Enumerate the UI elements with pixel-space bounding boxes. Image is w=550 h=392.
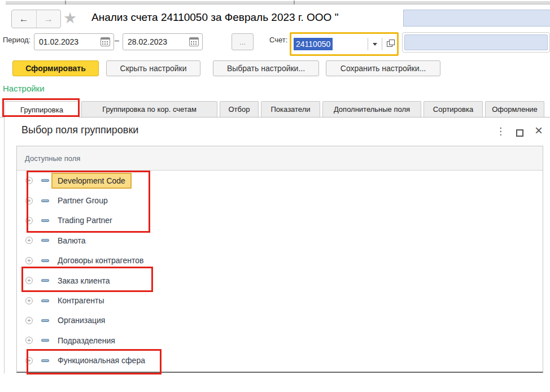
expand-plus-icon[interactable]: +	[25, 197, 33, 204]
account-dropdown-button[interactable]	[368, 34, 382, 54]
field-dash-icon	[41, 319, 49, 322]
list-item-label: Валюта	[51, 233, 92, 249]
expand-plus-icon[interactable]: +	[25, 297, 33, 304]
list-item[interactable]: + Валюта	[17, 230, 543, 250]
field-dash-icon	[41, 279, 49, 282]
list-item-label: Контрагенты	[51, 293, 110, 308]
dialog-more-icon[interactable]: ⋮	[496, 125, 505, 137]
tab-sortirovka[interactable]: Сортировка	[424, 101, 483, 117]
expand-plus-icon[interactable]: +	[25, 257, 33, 264]
settings-section-label: Настройки	[3, 84, 45, 93]
chevron-down-icon	[373, 43, 377, 46]
list-item-label: Договоры контрагентов	[51, 252, 150, 268]
account-value-selected: 24110050	[294, 38, 333, 50]
page-title: Анализ счета 24110050 за Февраль 2023 г.…	[91, 11, 338, 24]
list-header: Доступные поля	[17, 146, 543, 171]
dialog-close-icon[interactable]: ×	[535, 123, 543, 138]
period-to-field[interactable]: 28.02.2023	[123, 33, 203, 50]
field-dash-icon	[41, 239, 49, 242]
splitter-tick	[294, 1, 295, 5]
save-settings-button[interactable]: Сохранить настройки...	[326, 60, 440, 76]
list-item[interactable]: + Организация	[17, 311, 543, 330]
forward-button[interactable]: →	[37, 10, 61, 28]
nav-history-group: ← →	[11, 10, 61, 28]
list-item-label: Trading Partner	[51, 212, 119, 228]
field-dash-icon	[41, 299, 49, 302]
field-dash-icon	[41, 179, 49, 182]
list-item[interactable]: + Функциональная сфера	[17, 351, 543, 371]
tab-gruppirovka[interactable]: Группировка	[5, 101, 79, 117]
generate-button[interactable]: Сформировать	[12, 60, 99, 76]
expand-plus-icon[interactable]: +	[25, 237, 33, 244]
calendar-icon[interactable]	[101, 37, 110, 46]
list-item-label: Partner Group	[51, 193, 114, 208]
period-from-field[interactable]: 01.02.2023	[34, 33, 114, 50]
tab-gruppirovka-po-kor-schetam[interactable]: Группировка по кор. счетам	[81, 101, 217, 117]
calendar-icon[interactable]	[189, 37, 199, 46]
field-dash-icon	[41, 359, 49, 362]
field-dash-icon	[41, 339, 49, 342]
forward-arrow-icon: →	[43, 14, 53, 25]
list-item-label: Development Code	[51, 173, 132, 189]
top-splitter-strip	[6, 1, 550, 5]
list-item[interactable]: + Подразделения	[17, 330, 543, 350]
available-fields-listbox: Доступные поля + Development Code + Part…	[16, 146, 543, 373]
back-button[interactable]: ←	[12, 10, 37, 28]
dialog-title: Выбор поля группировки	[21, 124, 138, 136]
list-item[interactable]: + Договоры контрагентов	[17, 251, 543, 271]
choose-settings-button[interactable]: Выбрать настройки...	[213, 60, 319, 76]
redacted-account-description	[404, 34, 548, 50]
list-item[interactable]: + Trading Partner	[17, 211, 543, 230]
period-more-button[interactable]: ...	[232, 33, 254, 50]
expand-plus-icon[interactable]: +	[25, 177, 33, 184]
list-item[interactable]: + Контрагенты	[17, 290, 543, 310]
expand-plus-icon[interactable]: +	[25, 357, 33, 364]
period-from-value: 01.02.2023	[34, 37, 101, 46]
account-open-button[interactable]	[382, 34, 397, 54]
list-item-label: Подразделения	[51, 333, 121, 349]
period-label: Период:	[3, 36, 30, 44]
dialog-maximize-icon[interactable]	[516, 129, 523, 137]
period-range-dash: –	[115, 36, 119, 45]
hide-settings-button[interactable]: Скрыть настройки	[106, 60, 200, 76]
list-item[interactable]: + Partner Group	[17, 190, 543, 210]
account-combo-field[interactable]: 24110050	[290, 32, 399, 56]
splitter-tick	[65, 1, 66, 5]
field-dash-icon	[41, 259, 49, 262]
list-header-label: Доступные поля	[25, 154, 80, 163]
expand-plus-icon[interactable]: +	[25, 317, 33, 324]
field-dash-icon	[41, 219, 49, 222]
redacted-company-name	[403, 10, 550, 27]
account-label: Счет:	[269, 36, 287, 44]
open-in-window-icon	[387, 41, 392, 47]
redacted-account-description-field[interactable]	[402, 32, 550, 53]
list-item[interactable]: + Development Code	[17, 171, 543, 190]
panel-left-border	[4, 117, 5, 373]
expand-plus-icon[interactable]: +	[25, 277, 33, 284]
period-to-value: 28.02.2023	[123, 37, 189, 46]
back-arrow-icon: ←	[19, 14, 29, 25]
field-dash-icon	[41, 199, 49, 202]
tab-dopolnitelnye-polya[interactable]: Дополнительные поля	[322, 101, 421, 117]
tab-pokazateli[interactable]: Показатели	[261, 101, 320, 117]
list-item[interactable]: + Заказ клиента	[17, 271, 543, 290]
list-item-label: Заказ клиента	[51, 273, 116, 289]
settings-tabbar: Группировка Группировка по кор. счетам О…	[0, 102, 550, 117]
list-item-label: Функциональная сфера	[51, 352, 151, 368]
expand-plus-icon[interactable]: +	[25, 337, 33, 344]
tab-oformlenie[interactable]: Оформление	[485, 101, 544, 117]
expand-plus-icon[interactable]: +	[25, 217, 33, 224]
list-item-label: Организация	[51, 312, 111, 328]
tab-otbor[interactable]: Отбор	[220, 101, 259, 117]
favorite-star-icon[interactable]: ★	[63, 10, 77, 27]
